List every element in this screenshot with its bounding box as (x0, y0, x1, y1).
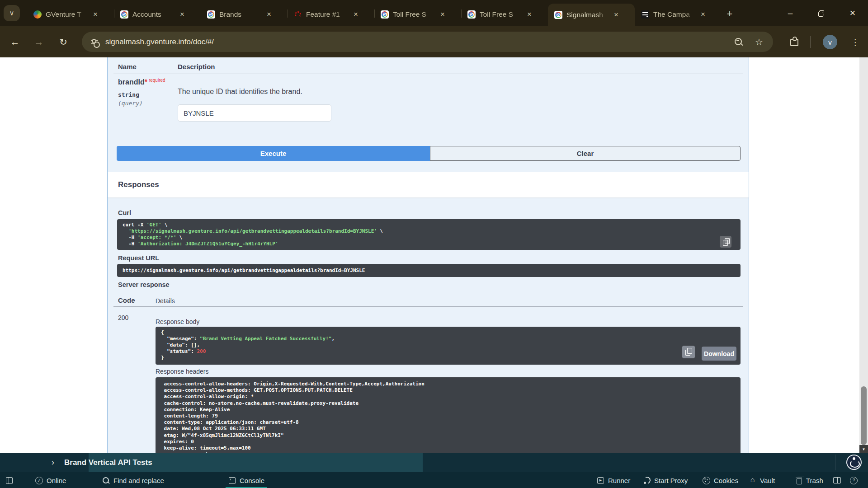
tab-close-button[interactable]: × (351, 10, 360, 19)
tab-title: Accounts (132, 10, 174, 19)
toolbar-divider (810, 36, 811, 48)
status-code: 200 (118, 314, 128, 321)
statusbar-help-icon[interactable] (850, 472, 858, 488)
postman-status-bar: OnlineFind and replaceConsoleRunnerStart… (0, 472, 868, 488)
trash-icon (795, 477, 802, 484)
close-button[interactable]: × (845, 5, 860, 21)
statusbar-label: Trash (806, 477, 823, 484)
scrollbar-thumb[interactable] (861, 386, 867, 445)
tab-close-button[interactable]: × (264, 10, 274, 19)
scrollbar-down-button[interactable]: ▼ (859, 445, 868, 453)
statusbar-start-proxy[interactable]: Start Proxy (643, 472, 688, 488)
restore-icon (818, 10, 824, 16)
vault-icon (749, 477, 756, 484)
tab-toll-free-s[interactable]: Toll Free S× (374, 7, 461, 22)
code-line: "status": 200 (161, 348, 735, 355)
download-button[interactable]: Download (702, 347, 736, 361)
search-icon (102, 477, 110, 484)
statusbar-label: Cookies (714, 477, 738, 484)
brandid-input[interactable] (178, 104, 331, 122)
copy-response-button[interactable] (682, 346, 695, 358)
statusbar-label: Vault (760, 477, 775, 484)
chevron-right-icon[interactable]: › (52, 453, 54, 472)
statusbar-split-panel-icon[interactable] (833, 472, 841, 488)
page-viewport: Name Description brandId*required string… (0, 57, 868, 453)
curl-label: Curl (118, 209, 131, 216)
address-bar[interactable]: signalmash.gventure.info/doc/#/ ☆ (82, 32, 773, 52)
tab-close-button[interactable]: × (698, 10, 708, 19)
tab-toll-free-s[interactable]: Toll Free S× (461, 7, 548, 22)
tab-close-button[interactable]: × (91, 10, 100, 19)
collection-name[interactable]: Brand Vertical API Tests (64, 453, 152, 472)
server-response-divider (113, 306, 743, 307)
url-text[interactable]: signalmash.gventure.info/doc/#/ (105, 38, 214, 47)
signalmash-s-favicon (467, 10, 476, 19)
site-info-icon[interactable] (91, 39, 99, 45)
tab-close-button[interactable]: × (178, 10, 187, 19)
statusbar-runner[interactable]: Runner (597, 472, 630, 488)
zoom-out-icon[interactable] (734, 38, 743, 47)
code-line: } (161, 355, 735, 361)
tab-title: GVenture T (46, 10, 87, 19)
tab-title: Signalmash (566, 11, 608, 19)
tab-the-campa[interactable]: The Campa× (635, 7, 722, 22)
new-tab-button[interactable]: + (722, 7, 737, 21)
request-url-value: https://signalmash.gventure.info/api/get… (117, 264, 741, 277)
tab-search-button[interactable]: ∨ (4, 5, 20, 21)
param-description: The unique ID that identifies the brand. (178, 88, 302, 96)
response-header-line: content-length: 79 (161, 413, 735, 419)
statusbar-vault[interactable]: Vault (749, 472, 775, 488)
page-scrollbar[interactable]: ▼ (859, 57, 868, 453)
code-line: "data": [], (161, 342, 735, 348)
forward-button[interactable]: → (31, 34, 47, 50)
tab-brands[interactable]: Brands× (201, 7, 288, 22)
tab-separator (288, 9, 288, 18)
tab-title: The Campa (653, 10, 695, 19)
tab-close-button[interactable]: × (438, 10, 447, 19)
signalmash-s-favicon (120, 10, 128, 19)
curl-code-block: curl -X 'GET' \ 'https://signalmash.gven… (117, 219, 741, 250)
params-description-column: Description (178, 63, 215, 70)
tab-close-button[interactable]: × (612, 10, 621, 19)
accessibility-widget-button[interactable] (846, 455, 862, 470)
restore-button[interactable] (813, 5, 829, 21)
signalmash-s-favicon (554, 11, 562, 19)
tab-gventure-t[interactable]: GVenture T× (27, 7, 114, 22)
postman-collection-row[interactable]: › Brand Vertical API Tests (0, 453, 868, 472)
copy-curl-button[interactable] (720, 236, 731, 248)
extensions-icon[interactable] (789, 36, 798, 45)
statusbar-cookies[interactable]: Cookies (703, 472, 738, 488)
tab-title: Brands (219, 10, 261, 19)
execute-button[interactable]: Execute (117, 146, 430, 161)
tab-feature-1[interactable]: Feature #1× (288, 7, 374, 22)
profile-avatar[interactable]: v (823, 35, 837, 49)
browser-toolbar: ← → ↻ signalmash.gventure.info/doc/#/ ☆ … (0, 26, 868, 57)
response-header-line: etag: W/"4f-x85qmJlimc12NZGCtCl1yTNl7kI" (161, 432, 735, 439)
code-line: -H 'Authorization: J4DmZJTZ1Q51uYCgey_-h… (123, 241, 735, 247)
tab-title: Toll Free S (393, 10, 434, 19)
statusbar-sidebar-toggle-icon[interactable] (5, 472, 13, 488)
tab-signalmash[interactable]: Signalmash× (548, 4, 635, 26)
reload-button[interactable]: ↻ (55, 34, 71, 50)
back-button[interactable]: ← (7, 34, 23, 50)
console-icon (228, 477, 236, 484)
statusbar-online[interactable]: Online (35, 472, 66, 488)
tab-title: Feature #1 (306, 10, 348, 19)
statusbar-find-and-replace[interactable]: Find and replace (102, 472, 164, 488)
help-icon (850, 477, 858, 484)
red-arc-favicon (294, 10, 302, 19)
tab-accounts[interactable]: Accounts× (114, 7, 201, 22)
screen: ∨ GVenture T×Accounts×Brands×Feature #1×… (0, 0, 868, 488)
minimize-button[interactable]: – (783, 5, 798, 21)
tab-close-button[interactable]: × (525, 10, 534, 19)
code-line: { (161, 329, 735, 336)
browser-menu-button[interactable]: ⋮ (848, 34, 863, 50)
clear-button[interactable]: Clear (430, 146, 741, 161)
response-header-line: content-type: application/json; charset=… (161, 419, 735, 426)
statusbar-trash[interactable]: Trash (795, 472, 823, 488)
signalmash-s-favicon (207, 10, 215, 19)
params-name-column: Name (118, 63, 137, 70)
code-column: Code (118, 296, 135, 304)
bookmark-star-icon[interactable]: ☆ (755, 37, 763, 47)
statusbar-console[interactable]: Console (228, 472, 264, 488)
